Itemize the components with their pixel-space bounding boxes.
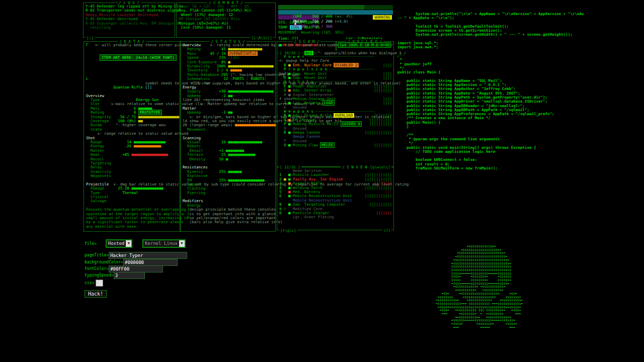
text-seg: ■■■■■■■■■■■■ [134,144,161,148]
text-seg: Lgt. Armor Plating [279,215,334,219]
panel-marker: [ 12/16 ] [279,165,301,169]
integrity-bars: |||||||||||| [365,194,392,198]
text-seg: Movement [183,127,205,132]
text-line: Quantum Rifle [[] [86,85,180,89]
text-seg: Salvage [86,199,107,203]
energy-label: ENERGY [293,19,312,24]
code-line: public class Main { [397,70,584,74]
panel-data: / D A T A /Γ <- will probably keep these… [84,41,180,232]
panel-marker: [↓] [86,36,95,40]
panel-inv: / I N V E N T O R Y /[ 12/16 ][t\g\i](?)… [277,167,394,230]
text-seg: ■■■■■■ [228,169,242,174]
text-seg: Thermal [122,191,138,195]
text-seg: Density [183,157,205,161]
text-seg: U [279,143,288,147]
text-seg: |||||||| [374,88,392,93]
hacker-typer-screen: CORE300 / 400 (wx: 4%) ENERGY200 / 200 (… [0,0,644,362]
text-seg [318,43,327,47]
text-line [86,68,180,72]
text-seg: OVERLOAD [334,113,354,118]
text-seg: ■ [226,157,228,161]
panel-marker: [ 18/30 ] [279,51,301,55]
text-seg: ■■■■■■■■■■■■■■■■ [228,178,264,183]
chevron-down-icon[interactable]: ▼ [126,240,131,247]
text-seg: |||||||| [374,143,392,147]
chevron-down-icon[interactable]: ▼ [179,240,185,247]
text-seg: ■■■■■■■■■■■■ [228,152,255,157]
text-seg: 16 [221,140,228,144]
text-seg: 25% [219,169,228,174]
integrity-bars: |||||||||| [369,203,392,207]
text-seg [183,220,190,224]
text-line: v- range relative to static value around [86,132,188,136]
parts-count-badge: 0x1 [304,51,313,55]
css-input[interactable] [96,280,103,287]
text-seg: (bars also help give extra relative info… [190,220,283,224]
code-line: /** [397,54,584,58]
text-seg [86,85,113,89]
text-seg: ■■■■■■■■■■■■■■■ [228,140,262,144]
text-line: Piercing [183,191,275,195]
integrity-bars: |||| [383,76,392,80]
text-line: Lgt. Armor Plating [279,215,393,219]
integrity-bars: |||| [383,63,392,67]
text-seg: |||| [383,63,392,67]
text-seg: any material with ease. [86,224,138,229]
panel-status: / S T A T U S /Overview v- rating scale … [180,41,276,232]
text-seg: ||||||| [376,211,392,215]
text-line: (bars also help give extra relative info… [183,220,283,224]
text-seg: MELEE [320,142,335,148]
text-seg: Core (50%) damaged: 11 [179,25,231,30]
text-line: Spd 100% E-18 M-0 H+90 [338,43,393,47]
panel-marker: [t\g\i] [279,228,297,233]
matter-label: MATTER [293,24,312,29]
panel-marker: (?) [382,228,391,233]
file-select[interactable]: Hosted▼ [106,239,133,248]
text-seg: ■■■■■■■■■■■■■■■■ [131,152,168,157]
integrity-bars: |||||||||||| [365,131,392,135]
hack-button[interactable]: Hack! [85,290,107,298]
css-label: css= [85,281,94,285]
text-seg: Mining Claw [291,143,320,147]
text-seg: [[] [145,85,152,89]
text-seg [201,140,221,144]
code-line [397,50,584,54]
energy-note: (+3.0) [335,19,348,24]
text-seg: |||||||||| [369,202,392,207]
text-seg: Quantum Rifle [113,85,145,89]
code-line: // TODO code application logic here [397,150,584,154]
text-seg: |||||||||||| [365,130,392,135]
text-line: any material with ease. [86,225,180,229]
panel-log: / L O G /[↓]Y-45 Defender leg ripped off… [83,3,175,38]
typingspeed-input[interactable] [114,272,145,279]
panel-marker: [q\w\e\c] [369,165,391,169]
text-line: Core (50%) damaged: 11 [179,26,275,30]
panel-marker: [L\R\S\C] [251,36,273,40]
text-line [86,60,180,64]
code-line: import java.awt.*; [397,45,584,49]
code-line: public Main() { [397,121,584,125]
text-line: Movement [183,128,275,132]
text-line: recycling [86,26,175,30]
text-line [86,73,180,77]
core-label: CORE [293,14,312,19]
text-seg: X-09 Researcher [284,43,318,47]
text-seg: GUIDED 9 [341,121,362,127]
text-line: U ■ Mining Claw MELEE|||||||| [279,143,393,147]
text-seg: |||||||||| [369,122,392,126]
integrity-bars: |||||||| [374,88,392,93]
text-seg: |||| [383,75,392,80]
kernel-select[interactable]: Kernel Linux▼ [142,239,186,248]
text-seg: v- range relative to static value around [98,131,189,136]
java-code-output[interactable]: System.out.println("\r\n" + AppName + "\… [397,12,584,170]
integrity-bars: |||||||||| [369,122,392,126]
typingspeed-label: typingSpeed= [85,273,114,278]
text-line: Salvage [86,199,180,203]
text-seg: |||||||||||| [365,194,392,198]
status-hud: CORE300 / 400 (wx: 4%) ENERGY200 / 200 (… [278,5,393,41]
text-seg [205,157,219,161]
text-line: ITEM ART HERE: 24x10 (WIDE FONT) [86,56,180,60]
text-seg: 10 [219,157,226,161]
text-seg: +85 [122,152,131,157]
text-line [86,47,180,51]
